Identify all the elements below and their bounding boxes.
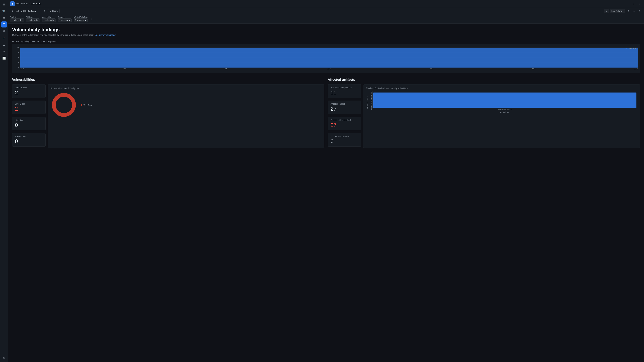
y-label-0c: 0 — [371, 108, 372, 110]
filter-bar: Product 1 selected ▾ RiskLevel 1 selecte… — [8, 15, 644, 24]
toolbar-left: ⊞ Vulnerability findings ⋮ ↻ ↗ Share — [10, 9, 60, 13]
time-range-selector[interactable]: Last 7 days ▾ — [610, 9, 625, 13]
sidebar-icon-home[interactable]: ⊞ — [1, 1, 7, 7]
affected-artifacts-section: Affected artifacts Vulnerable components… — [328, 78, 640, 148]
stat-medium-risk: Medium risk 0 — [12, 133, 46, 147]
stat-label-entities: Affected entities — [330, 103, 358, 105]
bar-y-axis-label-wrapper: Number of artifacts — [366, 91, 368, 113]
x-label-jul3: Jul 3 — [20, 68, 24, 70]
stat-label-entities-high: Entities with high risk — [330, 135, 358, 138]
chart-legend: AWS ECR — [626, 47, 636, 49]
donut-section: Number of vulnerabilities by risk — [48, 84, 324, 148]
page-content: Vulnerability findings Overview of the v… — [8, 24, 644, 362]
svg-text:20: 20 — [18, 57, 20, 58]
sidebar-icon-cloud[interactable]: ☁ — [1, 41, 7, 48]
breadcrumb-parent[interactable]: Dashboards — [16, 2, 28, 5]
donut-title: Number of vulnerabilities by risk — [50, 87, 322, 89]
top-nav: ◈ Dashboards / Dashboard ? ⋮ — [8, 0, 644, 7]
donut-chart-svg — [50, 91, 77, 118]
chevron-down-icon: ▾ — [85, 19, 86, 21]
x-label-jul4: Jul 4 — [122, 68, 126, 70]
area-chart-svg: 40 30 20 10 0 — [14, 47, 638, 67]
bar-chart-body: 2 2 2 1 1 1 1 0 0 0 — [369, 91, 637, 113]
stat-vulnerable-components: Vulnerable components 11 — [328, 84, 361, 98]
sidebar-icon-alert[interactable]: ⚠ — [1, 35, 7, 41]
svg-text:30: 30 — [18, 52, 20, 53]
stat-value-components: 11 — [330, 89, 358, 96]
stat-value-entities: 27 — [330, 106, 358, 112]
page-subtitle: Overview of the vulnerability findings r… — [12, 34, 640, 36]
topnav-actions: ? ⋮ — [631, 1, 642, 6]
sidebar-icon-layers[interactable]: ⧉ — [1, 28, 7, 34]
vulnerabilities-section: Vulnerabilities Vulnerabilities 2 Critic… — [12, 78, 324, 148]
x-label-jul9: Jul 9 — [634, 68, 638, 70]
breadcrumb-separator: / — [29, 2, 30, 5]
bars-wrapper: CONTAINER_IMAGE Artifact type — [372, 91, 637, 113]
sidebar: ⊞ 🔍 ▦ 🛡 ⧉ ⚠ ☁ ★ 📊 ⚙ — [0, 0, 8, 362]
bars-area — [372, 91, 637, 108]
risklevel-dropdown[interactable]: 1 selected ▾ — [26, 18, 40, 22]
stat-value-entities-critical: 27 — [330, 122, 358, 128]
vuln-layout: Vulnerabilities 2 Critical risk 2 High r… — [12, 84, 324, 148]
more-filters-icon[interactable]: ⋮ — [90, 17, 93, 21]
sidebar-icon-menu[interactable]: ▦ — [1, 15, 7, 21]
refresh-button[interactable]: ↺ — [626, 9, 630, 13]
artifact-layout: Vulnerable components 11 Affected entiti… — [328, 84, 640, 148]
settings-gear-icon[interactable]: ⚙ — [637, 9, 642, 13]
svg-text:40: 40 — [18, 47, 20, 48]
chevron-down-icon: ▾ — [37, 19, 38, 21]
area-chart: AWS ECR 40 30 20 10 — [14, 47, 638, 71]
x-axis: Jul 3 Jul 4 Jul 5 Jul 6 Jul 7 Jul 8 Jul … — [14, 68, 638, 70]
toolbar: ⊞ Vulnerability findings ⋮ ↻ ↗ Share + L… — [8, 7, 644, 15]
affected-entity-type-dropdown[interactable]: 1 selected ▾ — [74, 18, 88, 22]
aws-ecr-legend-label: AWS ECR — [628, 47, 636, 49]
bar-chart-main: 2 2 2 1 1 1 1 0 0 0 — [369, 91, 637, 113]
security-events-link[interactable]: Security events ingest — [95, 34, 116, 36]
x-label-jul7: Jul 7 — [430, 68, 433, 70]
y-label-0b: 0 — [371, 106, 372, 108]
affected-artifacts-title: Affected artifacts — [328, 78, 640, 82]
add-panel-button[interactable]: + — [604, 9, 609, 13]
y-label-2c: 2 — [371, 95, 372, 97]
stat-label-critical: Critical risk — [15, 103, 43, 105]
stat-value-entities-high: 0 — [330, 138, 358, 144]
chart-container: AWS ECR 40 30 20 10 — [12, 44, 640, 73]
sidebar-icon-chart[interactable]: 📊 — [1, 55, 7, 61]
bar-container-image — [373, 92, 636, 108]
stat-label-medium: Medium risk — [15, 135, 43, 138]
expand-icon[interactable]: ⌄ — [632, 9, 636, 13]
filter-vulnerability: Vulnerability 2 selected ▾ — [42, 16, 56, 22]
bar-chart-section: Number of critical vulnerabilities by ar… — [363, 84, 640, 148]
grid-view-icon[interactable]: ⊞ — [10, 9, 15, 13]
toolbar-right: + Last 7 days ▾ ↺ ⌄ ⚙ — [604, 9, 642, 13]
vulnerability-dropdown[interactable]: 2 selected ▾ — [42, 18, 56, 22]
chevron-down-icon: ▾ — [69, 19, 70, 21]
breadcrumb-current: Dashboard — [30, 2, 41, 5]
sidebar-icon-star[interactable]: ★ — [1, 48, 7, 54]
y-label-1c: 1 — [371, 101, 372, 103]
time-range-label: Last 7 days — [612, 10, 622, 12]
product-dropdown[interactable]: 1 selected ▾ — [10, 18, 24, 22]
toolbar-more-icon[interactable]: ⋮ — [37, 9, 42, 13]
y-label-2b: 2 — [371, 93, 372, 95]
breadcrumb: Dashboards / Dashboard — [16, 2, 41, 5]
sidebar-icon-settings[interactable]: ⚙ — [1, 355, 7, 361]
svg-text:10: 10 — [18, 62, 20, 63]
help-icon[interactable]: ? — [631, 1, 636, 6]
time-chart-section: Vulnerability findings over time by prov… — [12, 40, 640, 73]
stat-critical-risk: Critical risk 2 — [12, 100, 46, 114]
y-label-1b: 1 — [371, 99, 372, 101]
sidebar-icon-search[interactable]: 🔍 — [1, 8, 7, 14]
aws-ecr-legend-dot — [626, 48, 627, 49]
chevron-down-icon: ▾ — [622, 10, 623, 12]
component-dropdown[interactable]: 1 selected ▾ — [58, 18, 72, 22]
more-icon[interactable]: ⋮ — [637, 1, 642, 6]
sections-grid: Vulnerabilities Vulnerabilities 2 Critic… — [12, 78, 640, 148]
stat-vulnerabilities: Vulnerabilities 2 — [12, 84, 46, 98]
sidebar-icon-shield[interactable]: 🛡 — [1, 21, 7, 27]
donut-content: CRITICAL — [50, 91, 322, 118]
share-button[interactable]: ↗ Share — [48, 9, 60, 13]
refresh-icon[interactable]: ↻ — [42, 9, 47, 13]
x-label-jul8: Jul 8 — [532, 68, 536, 70]
bar-axis-label-wrapper: Artifact type — [372, 111, 637, 113]
